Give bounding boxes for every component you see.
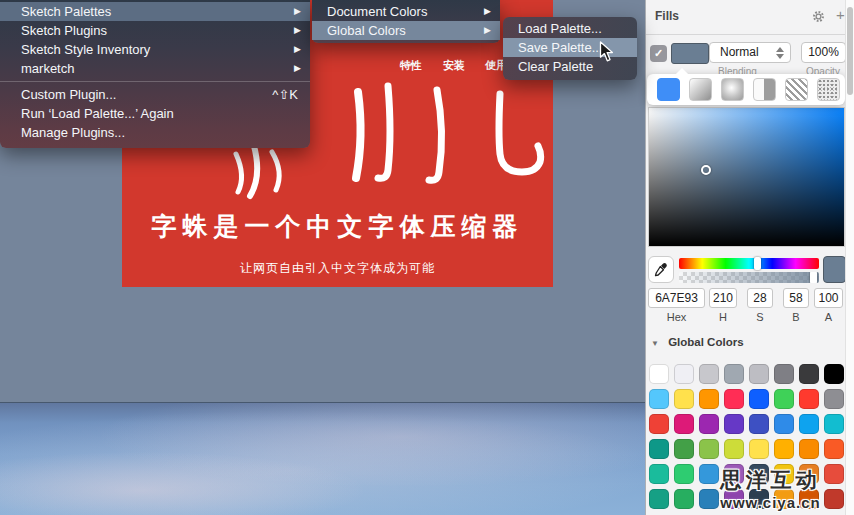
submenu-arrow-icon: [294, 21, 301, 40]
color-swatch[interactable]: [799, 389, 819, 409]
menu-item-load-palette[interactable]: Load Palette...: [503, 19, 637, 38]
current-color-preview: [823, 256, 846, 283]
menu-item-sketch-style-inventory[interactable]: Sketch Style Inventory: [0, 40, 310, 59]
scrollbar-thumb[interactable]: [847, 7, 853, 95]
b-label: B: [783, 311, 809, 323]
fill-color-well[interactable]: [671, 43, 709, 64]
submenu-arrow-icon: [294, 2, 301, 21]
watermark-url: www.ciya.cn: [688, 494, 853, 511]
color-swatch[interactable]: [724, 414, 744, 434]
panel-scrollbar[interactable]: [845, 0, 854, 515]
color-swatch[interactable]: [724, 364, 744, 384]
color-swatch[interactable]: [649, 364, 669, 384]
color-swatch[interactable]: [674, 364, 694, 384]
color-swatch[interactable]: [799, 414, 819, 434]
artboard-nav-link: 安装: [443, 58, 465, 73]
menu-item-marketch[interactable]: marketch: [0, 59, 310, 78]
menu-item-label: Manage Plugins...: [21, 125, 125, 140]
angular-gradient-fill-icon[interactable]: [753, 78, 776, 101]
pattern-fill-icon[interactable]: [785, 78, 808, 101]
saturation-brightness-picker[interactable]: [648, 107, 845, 247]
color-swatch[interactable]: [749, 364, 769, 384]
color-swatch[interactable]: [674, 389, 694, 409]
menu-item-manage-plugins[interactable]: Manage Plugins...: [0, 123, 310, 142]
color-swatch[interactable]: [824, 439, 844, 459]
menu-item-label: Save Palette...: [518, 40, 603, 55]
radial-gradient-fill-icon[interactable]: [721, 78, 744, 101]
color-swatch[interactable]: [699, 414, 719, 434]
menu-item-clear-palette[interactable]: Clear Palette: [503, 57, 637, 76]
color-swatch[interactable]: [774, 414, 794, 434]
fills-section-title: Fills: [655, 9, 679, 23]
global-colors-title: Global Colors: [668, 336, 743, 348]
alpha-slider-handle[interactable]: [810, 272, 817, 283]
color-swatch[interactable]: [824, 389, 844, 409]
color-swatch[interactable]: [649, 489, 669, 509]
color-swatch[interactable]: [649, 439, 669, 459]
menu-item-label: Sketch Plugins: [21, 23, 107, 38]
menu-item-document-colors[interactable]: Document Colors: [312, 2, 500, 21]
keyboard-shortcut: ^⇧K: [272, 85, 298, 104]
a-label: A: [814, 311, 843, 323]
menu-item-save-palette[interactable]: Save Palette...: [503, 38, 637, 57]
menu-item-sketch-plugins[interactable]: Sketch Plugins: [0, 21, 310, 40]
noise-fill-icon[interactable]: [817, 78, 840, 101]
menu-item-label: Global Colors: [327, 23, 406, 38]
menu-item-label: Document Colors: [327, 4, 427, 19]
menu-item-sketch-palettes[interactable]: Sketch Palettes: [0, 2, 310, 21]
color-swatch[interactable]: [799, 364, 819, 384]
fill-type-popover: [647, 74, 845, 105]
artboard-tagline: 让网页自由引入中文字体成为可能: [122, 260, 553, 277]
menu-item-global-colors[interactable]: Global Colors: [312, 21, 500, 40]
color-picker-handle[interactable]: [701, 165, 711, 175]
color-swatch[interactable]: [724, 439, 744, 459]
color-swatch[interactable]: [774, 439, 794, 459]
eyedropper-icon: [653, 261, 669, 277]
brightness-input[interactable]: 58: [783, 288, 809, 308]
fill-enabled-checkbox[interactable]: [650, 45, 667, 62]
global-colors-disclosure[interactable]: Global Colors: [651, 336, 744, 348]
color-swatch[interactable]: [749, 414, 769, 434]
hex-input[interactable]: 6A7E93: [648, 288, 705, 308]
gear-icon[interactable]: [811, 9, 826, 27]
blend-mode-select[interactable]: Normal: [709, 42, 791, 63]
blend-mode-value: Normal: [720, 45, 759, 59]
alpha-slider[interactable]: [679, 272, 819, 283]
desktop-wallpaper: [0, 402, 645, 515]
color-swatch[interactable]: [649, 414, 669, 434]
add-fill-icon[interactable]: [836, 6, 845, 23]
color-swatch[interactable]: [824, 364, 844, 384]
solid-fill-icon[interactable]: [657, 78, 680, 101]
color-swatch[interactable]: [749, 439, 769, 459]
s-label: S: [747, 311, 773, 323]
color-swatch[interactable]: [799, 439, 819, 459]
submenu-arrow-icon: [484, 2, 491, 21]
color-swatch[interactable]: [674, 414, 694, 434]
color-swatch[interactable]: [749, 389, 769, 409]
opacity-input[interactable]: 100%: [801, 42, 846, 63]
linear-gradient-fill-icon[interactable]: [689, 78, 712, 101]
hex-label: Hex: [648, 311, 705, 323]
color-swatch[interactable]: [649, 464, 669, 484]
color-swatch[interactable]: [724, 389, 744, 409]
color-swatch[interactable]: [699, 364, 719, 384]
hue-slider[interactable]: [679, 258, 819, 269]
menu-item-run-load-palette-again[interactable]: Run ‘Load Palette...’ Again: [0, 104, 310, 123]
submenu-arrow-icon: [484, 21, 491, 40]
alpha-input[interactable]: 100: [814, 288, 843, 308]
color-swatch[interactable]: [699, 389, 719, 409]
eyedropper-button[interactable]: [648, 256, 674, 283]
color-swatch[interactable]: [774, 364, 794, 384]
color-swatch[interactable]: [674, 439, 694, 459]
hue-input[interactable]: 210: [709, 288, 737, 308]
color-swatch[interactable]: [649, 389, 669, 409]
menu-item-custom-plugin[interactable]: Custom Plugin... ^⇧K: [0, 85, 310, 104]
disclosure-triangle-icon: [651, 339, 659, 348]
saturation-input[interactable]: 28: [747, 288, 773, 308]
hue-slider-handle[interactable]: [754, 257, 761, 270]
color-swatch[interactable]: [824, 414, 844, 434]
menu-item-label: Run ‘Load Palette...’ Again: [21, 106, 174, 121]
color-swatch[interactable]: [774, 389, 794, 409]
menu-item-label: Load Palette...: [518, 21, 602, 36]
color-swatch[interactable]: [699, 439, 719, 459]
